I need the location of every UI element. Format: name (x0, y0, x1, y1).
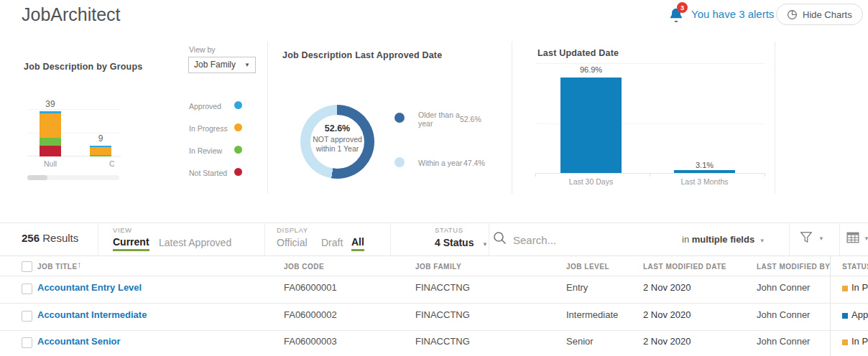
chart-scrollbar-thumb[interactable] (27, 175, 47, 180)
updated-bar (560, 78, 622, 173)
divider (390, 223, 391, 256)
hide-charts-button[interactable]: Hide Charts (776, 4, 863, 25)
groups-bar (40, 111, 61, 156)
column-header-job-code[interactable]: JOB CODE (284, 263, 324, 271)
search-input[interactable] (512, 231, 669, 248)
panel-divider (267, 42, 268, 194)
bar-segment (40, 138, 61, 146)
updated-bar (674, 170, 735, 173)
legend-dot (234, 101, 242, 109)
column-header-status[interactable]: STATUS (842, 263, 868, 271)
status-badge: In Progress (851, 282, 868, 293)
chevron-down-icon: ▼ (244, 62, 250, 68)
alerts-bell-button[interactable]: 3 (668, 4, 691, 26)
legend-label: Not Started (189, 169, 227, 177)
axis-tick (535, 173, 536, 177)
cell-job-level: Senior (566, 336, 594, 347)
donut-center-value: 52.6% (300, 123, 374, 134)
axis-baseline (535, 173, 765, 174)
status-badge: In Progress (851, 336, 868, 347)
gridline (535, 63, 765, 64)
status-filter-dropdown[interactable]: 4 Status ▼ (435, 236, 488, 249)
search-icon (493, 231, 507, 245)
display-option-official[interactable]: Official (277, 237, 308, 248)
status-square (842, 339, 848, 345)
display-option-draft[interactable]: Draft (321, 237, 343, 248)
approved-chart-title: Job Description Last Approved Date (282, 50, 442, 60)
alerts-link[interactable]: You have 3 alerts (691, 8, 774, 20)
display-option-all[interactable]: All (351, 236, 364, 251)
donut-center-text: 52.6% NOT approved within 1 Year (300, 123, 374, 153)
display-group-label: DISPLAY (277, 226, 308, 234)
legend-dot (234, 123, 242, 131)
cell-last-modified-date: 2 Nov 2020 (643, 336, 691, 347)
view-by-value: Job Family (194, 60, 236, 70)
axis-tick (650, 173, 650, 177)
column-header-last-modified-by[interactable]: LAST MODIFIED BY (757, 263, 830, 271)
results-label: Results (42, 232, 78, 244)
panel-divider (775, 42, 775, 194)
cell-job-level: Entry (566, 282, 588, 293)
bar-value-label: 3.1% (674, 161, 735, 169)
chart-scrollbar-track[interactable] (27, 175, 119, 180)
cell-job-level: Intermediate (566, 309, 618, 320)
page-title: JobArchitect (22, 4, 121, 25)
cell-job-title[interactable]: Accountant Intermediate (37, 309, 147, 320)
cell-job-title[interactable]: Accountant Entry Level (37, 282, 142, 293)
donut-center-line2: within 1 Year (300, 144, 374, 153)
select-all-checkbox[interactable] (22, 261, 32, 272)
groups-chart-title: Job Description by Groups (24, 62, 142, 72)
legend-label: In Progress (189, 124, 228, 133)
column-header-last-modified-date[interactable]: LAST MODIFIED DATE (643, 263, 726, 271)
cell-job-family: FINACCTNG (415, 309, 470, 320)
divider (0, 330, 868, 331)
row-checkbox[interactable] (22, 311, 32, 322)
view-option-current[interactable]: Current (113, 236, 149, 251)
pie-chart-icon (787, 9, 798, 20)
bar-total-label: 39 (40, 99, 61, 109)
divider (98, 223, 98, 256)
table-view-button[interactable]: ▼ (846, 230, 868, 247)
legend-dot (394, 157, 405, 167)
scope-value: multiple fields (692, 234, 754, 245)
sort-asc-icon[interactable]: ↑ (77, 259, 82, 270)
filter-funnel-icon (800, 231, 813, 244)
search-scope-dropdown[interactable]: in multiple fields ▼ (682, 234, 765, 245)
column-header-job-family[interactable]: JOB FAMILY (415, 263, 461, 271)
legend-label: Approved (189, 102, 221, 111)
divider (0, 276, 868, 276)
view-by-select[interactable]: Job Family ▼ (188, 57, 256, 73)
filter-button[interactable]: ▼ (800, 230, 830, 247)
x-axis-category: C (109, 159, 124, 168)
status-square (842, 313, 848, 319)
cell-last-modified-by: John Conner (757, 336, 810, 347)
legend-dot (394, 113, 405, 123)
divider (0, 303, 868, 304)
legend-label: In Review (189, 146, 222, 155)
hide-charts-label: Hide Charts (803, 9, 852, 20)
groups-bar-plot (27, 72, 121, 156)
bar-value-label: 96.9% (560, 65, 622, 74)
legend-percent: 52.6% (460, 115, 481, 123)
cell-job-family: FINACCTNG (415, 282, 470, 293)
row-checkbox[interactable] (22, 284, 32, 294)
divider (789, 223, 790, 256)
x-axis-category: Last 3 Months (674, 177, 735, 186)
status-badge: Approved (851, 309, 868, 320)
view-group-label: VIEW (113, 226, 132, 234)
status-square (842, 286, 848, 291)
cell-last-modified-by: John Conner (757, 309, 810, 320)
view-by-label: View by (189, 45, 216, 54)
cell-job-code: FA06000001 (284, 282, 337, 293)
column-header-job-title[interactable]: JOB TITLE (37, 263, 78, 271)
divider (0, 256, 868, 256)
donut-center-line1: NOT approved (300, 135, 374, 144)
panel-divider (512, 42, 512, 194)
view-option-latest-approved[interactable]: Latest Approved (159, 237, 231, 248)
cell-job-title[interactable]: Accountant Senior (37, 336, 121, 347)
row-checkbox[interactable] (22, 337, 32, 348)
column-header-job-level[interactable]: JOB LEVEL (566, 263, 609, 271)
legend-dot (234, 168, 242, 176)
results-number: 256 (22, 232, 40, 244)
cell-job-code: FA06000002 (284, 309, 337, 320)
